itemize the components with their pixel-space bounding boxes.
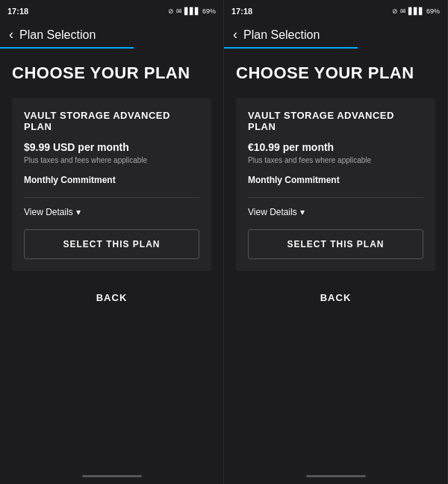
choose-plan-heading-right: CHOOSE YOUR PLAN [236,63,435,83]
status-time-left: 17:18 [7,7,28,16]
back-arrow-right[interactable]: ‹ [233,27,237,43]
signal-icon-right: ▋▋▋ [408,7,424,15]
bottom-indicator-right [306,475,366,477]
back-button-left[interactable]: BACK [12,283,211,312]
header-left: ‹ Plan Selection [0,21,223,49]
plan-price-right: €10.99 per month [248,141,423,153]
bottom-bar-left [0,471,223,484]
content-right: CHOOSE YOUR PLAN VAULT STORAGE ADVANCED … [224,49,447,471]
divider-left [24,197,199,198]
status-bar-left: 17:18 ⊘ ✉ ▋▋▋ 69% [0,0,223,21]
phone-panel-left: 17:18 ⊘ ✉ ▋▋▋ 69% ‹ Plan Selection CHOOS… [0,0,224,484]
status-bar-right: 17:18 ⊘ ✉ ▋▋▋ 69% [224,0,447,21]
battery-icon-right: 69% [426,7,440,15]
select-plan-button-left[interactable]: SELECT THIS PLAN [24,229,199,259]
plan-card-right: VAULT STORAGE ADVANCED PLAN €10.99 per m… [236,98,435,271]
bottom-indicator-left [82,475,142,477]
view-details-left[interactable]: View Details ▾ [24,207,199,217]
back-arrow-left[interactable]: ‹ [9,27,13,43]
plan-name-left: VAULT STORAGE ADVANCED PLAN [24,110,199,132]
battery-icon: 69% [202,7,216,15]
phone-panel-right: 17:18 ⊘ ✉ ▋▋▋ 69% ‹ Plan Selection CHOOS… [224,0,448,484]
plan-name-right: VAULT STORAGE ADVANCED PLAN [248,110,423,132]
content-left: CHOOSE YOUR PLAN VAULT STORAGE ADVANCED … [0,49,223,471]
mail-icon: ✉ [176,7,182,15]
mail-icon-right: ✉ [400,7,406,15]
back-button-right[interactable]: BACK [236,283,435,312]
plan-commitment-right: Monthly Commitment [248,175,423,185]
choose-plan-heading-left: CHOOSE YOUR PLAN [12,63,211,83]
bottom-bar-right [224,471,447,484]
plan-price-note-left: Plus taxes and fees where applicable [24,156,199,164]
view-details-label-left: View Details [24,207,73,217]
status-icons-right: ⊘ ✉ ▋▋▋ 69% [392,7,440,15]
plan-price-left: $9.99 USD per month [24,141,199,153]
status-icons-left: ⊘ ✉ ▋▋▋ 69% [168,7,216,15]
divider-right [248,197,423,198]
header-title-left: Plan Selection [19,28,96,42]
select-plan-button-right[interactable]: SELECT THIS PLAN [248,229,423,259]
plan-commitment-left: Monthly Commitment [24,175,199,185]
chevron-down-icon-right: ▾ [300,207,305,217]
notification-icon-right: ⊘ [392,7,398,15]
plan-card-left: VAULT STORAGE ADVANCED PLAN $9.99 USD pe… [12,98,211,271]
chevron-down-icon-left: ▾ [76,207,81,217]
plan-price-note-right: Plus taxes and fees where applicable [248,156,423,164]
signal-icon: ▋▋▋ [184,7,200,15]
header-title-right: Plan Selection [243,28,320,42]
view-details-label-right: View Details [248,207,297,217]
status-time-right: 17:18 [231,7,252,16]
header-right: ‹ Plan Selection [224,21,447,49]
view-details-right[interactable]: View Details ▾ [248,207,423,217]
notification-icon: ⊘ [168,7,174,15]
